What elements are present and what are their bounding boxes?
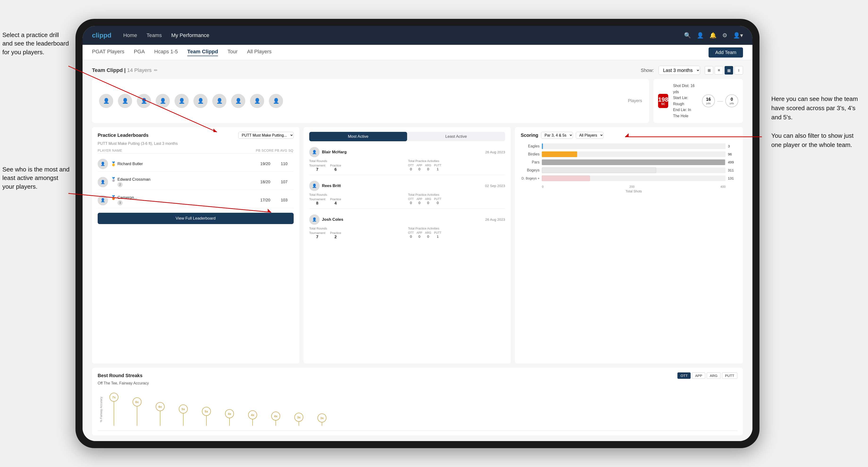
par-filter-select[interactable]: Par 3, 4 & 5s Par 3s Par 4s Par 5s [541, 132, 573, 139]
streak-pin-7x-1: 7x [110, 393, 118, 426]
streaks-btn-arg[interactable]: ARG [707, 372, 720, 379]
player-filter-select[interactable]: All Players [576, 132, 603, 139]
streaks-btn-app[interactable]: APP [692, 372, 705, 379]
rees-tournament: Tournament 8 [309, 197, 326, 206]
shot-circle-2-label: yds [730, 102, 734, 105]
player-avatar-9[interactable]: 👤 [250, 94, 264, 108]
search-icon[interactable]: 🔍 [684, 32, 691, 39]
xaxis-400: 400 [720, 185, 725, 188]
avg-sq-2: 107 [275, 180, 294, 184]
activity-top-2: 👤 Rees Britt 02 Sep 2023 [309, 181, 505, 191]
navbar-link-myperformance[interactable]: My Performance [171, 32, 209, 38]
blair-arg: ARG 0 [425, 164, 431, 171]
edit-icon[interactable]: ✏ [154, 68, 158, 73]
bar-row-birdies: Birdies 96 [521, 151, 737, 157]
show-label: Show: [641, 68, 654, 73]
bar-track-pars [542, 159, 725, 165]
subnav-link-hcaps[interactable]: Hcaps 1-5 [154, 49, 178, 56]
leaderboard-subtitle: PUTT Must Make Putting (3-6 ft), Last 3 … [98, 142, 294, 146]
avg-sq-3: 103 [275, 198, 294, 203]
player-avatar-1[interactable]: 👤 [99, 94, 113, 108]
bar-label-bogeys: Bogeys [521, 168, 539, 173]
blair-rounds-row: Tournament 7 Practice 6 [309, 164, 406, 172]
blair-app: APP 0 [416, 164, 422, 171]
streaks-btn-ott[interactable]: OTT [677, 372, 691, 379]
bar-value-birdies: 96 [728, 152, 737, 156]
activity-card-3: 👤 Josh Coles 26 Aug 2023 Total Rounds To… [309, 212, 505, 242]
player-avatar-10[interactable]: 👤 [269, 94, 283, 108]
navbar-link-teams[interactable]: Teams [147, 32, 162, 38]
player-name-1: Richard Butler [118, 161, 143, 166]
shot-startlie: Start Lie: Rough [673, 95, 697, 107]
players-label: Players [628, 98, 642, 103]
streak-pins-container: 7x 6x 6x 5x [110, 388, 735, 431]
pb-score-3: 17/20 [256, 198, 275, 203]
shot-info-card: 198 SC Shot Dist: 16 yds Start Lie: Roug… [653, 79, 743, 123]
view-card-icon[interactable]: ▦ [724, 66, 733, 74]
player-avatar-2[interactable]: 👤 [118, 94, 132, 108]
bar-value-dbogeys: 131 [728, 176, 737, 180]
drill-select[interactable]: PUTT Must Make Putting... [238, 132, 294, 139]
activity-top-3: 👤 Josh Coles 26 Aug 2023 [309, 214, 505, 225]
bar-fill-pars [542, 159, 725, 165]
josh-rounds-row: Tournament 7 Practice 2 [309, 231, 406, 239]
view-list-icon[interactable]: ≡ [715, 66, 723, 74]
activity-top-1: 👤 Blair McHarg 26 Aug 2023 [309, 147, 505, 157]
subnav-link-pgat[interactable]: PGAT Players [92, 49, 124, 56]
player-name-3: Cameron... [118, 195, 137, 200]
streaks-section: Best Round Streaks OTT APP ARG PUTT Off … [92, 368, 743, 435]
player-avatar-8[interactable]: 👤 [231, 94, 245, 108]
player-thumb-3: 👤 [98, 195, 108, 206]
settings-icon[interactable]: ⚙ [722, 32, 727, 39]
streak-pin-4x-3: 4x [271, 412, 280, 426]
player-avatar-4[interactable]: 👤 [156, 94, 170, 108]
subnav-link-pga[interactable]: PGA [134, 49, 145, 56]
bar-value-bogeys: 311 [728, 168, 737, 172]
view-full-leaderboard-button[interactable]: View Full Leaderboard [98, 213, 294, 224]
bar-track-eagles [542, 144, 725, 149]
player-avatar-6[interactable]: 👤 [193, 94, 208, 108]
shot-dash: — [717, 98, 723, 104]
streak-pin-6x-1: 6x [132, 398, 142, 426]
medal-gold: 🥇 [111, 161, 116, 166]
show-select[interactable]: Last 3 months Last 6 months Last year [658, 66, 700, 75]
rees-avatar: 👤 [309, 181, 319, 191]
streak-circle-5x-2: 5x [202, 407, 211, 416]
streak-line-5x-1 [183, 413, 184, 426]
xaxis-end-spacer [728, 185, 737, 193]
add-team-button[interactable]: Add Team [709, 48, 743, 58]
rees-rounds: Total Rounds Tournament 8 Practice 4 [309, 193, 406, 206]
xaxis-labels: 0 200 400 [542, 185, 725, 188]
rees-putt: PUTT0 [434, 197, 441, 205]
tab-least-active[interactable]: Least Active [407, 132, 505, 141]
subnav-link-allplayers[interactable]: All Players [247, 49, 272, 56]
rees-practice-row: OTT0 APP0 ARG0 PUTT0 [408, 197, 505, 205]
tab-most-active[interactable]: Most Active [309, 132, 407, 141]
navbar-link-home[interactable]: Home [123, 32, 137, 38]
josh-rounds: Total Rounds Tournament 7 Practice 2 [309, 227, 406, 239]
player-avatar-3[interactable]: 👤 [137, 94, 151, 108]
player-avatar-7[interactable]: 👤 [212, 94, 226, 108]
blair-date: 26 Aug 2023 [485, 150, 505, 154]
view-sort-icon[interactable]: ↕ [735, 66, 743, 74]
user-avatar[interactable]: 👤▾ [733, 32, 743, 39]
bar-track-dbogeys [542, 176, 725, 181]
subnav-link-tour[interactable]: Tour [227, 49, 238, 56]
rees-stats: Total Rounds Tournament 8 Practice 4 [309, 193, 505, 206]
shot-badge: 198 SC [658, 94, 668, 108]
streak-line-6x-1 [137, 406, 137, 426]
bar-fill-birdies [542, 151, 577, 157]
view-grid-icon[interactable]: ⊞ [705, 66, 713, 74]
annotation-right-p1: Here you can see how the team have score… [771, 94, 861, 122]
player-thumb-1: 👤 [98, 159, 108, 169]
xaxis-0: 0 [542, 185, 544, 188]
player-avatar-5[interactable]: 👤 [175, 94, 189, 108]
streaks-btn-putt[interactable]: PUTT [722, 372, 737, 379]
subnav-link-teamclippd[interactable]: Team Clippd [187, 49, 218, 56]
bell-icon[interactable]: 🔔 [710, 32, 717, 39]
col-avg-sq: PB AVG SQ [275, 149, 294, 152]
rees-arg: ARG0 [425, 197, 431, 205]
profile-icon[interactable]: 👤 [697, 32, 704, 39]
xaxis-title: Total Shots [542, 189, 725, 193]
shot-badge-label: SC [661, 102, 665, 105]
